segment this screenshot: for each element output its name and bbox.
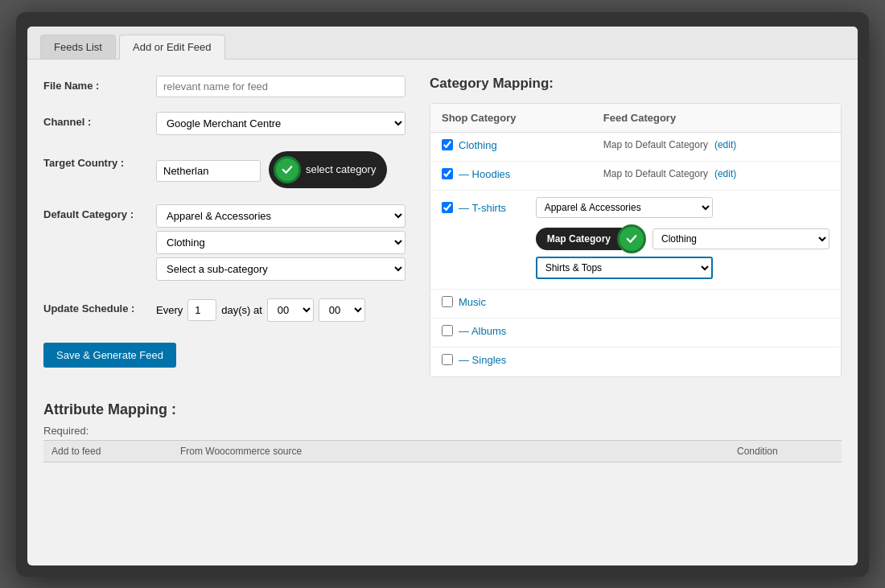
- checkbox-singles[interactable]: [442, 354, 453, 365]
- target-country-controls: select category: [156, 153, 405, 190]
- tshirts-category-l1-select[interactable]: Apparel & Accessories: [536, 197, 713, 218]
- select-category-text: select category: [306, 163, 376, 175]
- attr-mapping-title: Attribute Mapping :: [43, 401, 842, 418]
- cat-row-shop-music: Music: [442, 296, 603, 308]
- cat-row-feed-tshirts: Apparel & Accessories Map Category: [536, 197, 829, 279]
- cat-row-shop-albums: — Albums: [442, 325, 603, 337]
- edit-link-clothing[interactable]: (edit): [714, 139, 736, 150]
- attr-mapping-required-label: Required:: [43, 425, 842, 437]
- checkbox-hoodies[interactable]: [442, 168, 453, 179]
- link-albums[interactable]: — Albums: [459, 325, 506, 337]
- days-at-label: day(s) at: [221, 304, 262, 316]
- cat-row-shop-hoodies: — Hoodies: [442, 168, 603, 180]
- channel-label: Channel :: [43, 112, 156, 128]
- channel-controls: Google Merchant Centre Facebook Bing: [156, 112, 405, 138]
- col-shop-category: Shop Category: [442, 112, 603, 124]
- link-hoodies[interactable]: — Hoodies: [459, 168, 510, 180]
- tshirts-category-l3-select[interactable]: Shirts & Tops: [536, 257, 713, 279]
- checkmark-icon: [280, 162, 294, 177]
- attr-mapping-section: Attribute Mapping : Required: Add to fee…: [27, 401, 858, 471]
- cat-row-tshirts: — T-shirts Apparel & Accessories Map Cat…: [430, 191, 841, 290]
- tab-feeds-list[interactable]: Feeds List: [40, 35, 116, 59]
- cat-row-shop-clothing: Clothing: [442, 139, 603, 151]
- category-mapping-title: Category Mapping:: [430, 76, 842, 92]
- cat-row-shop-singles: — Singles: [442, 354, 603, 366]
- cat-row-feed-clothing: Map to Default Category (edit): [603, 139, 829, 150]
- channel-row: Channel : Google Merchant Centre Faceboo…: [43, 112, 405, 138]
- map-category-btn-wrap: Map Category: [536, 224, 646, 253]
- main-content: Feeds List Add or Edit Feed File Name : …: [27, 27, 858, 565]
- default-category-label: Default Category :: [43, 204, 156, 220]
- cat-row-music: Music: [430, 290, 841, 319]
- every-label: Every: [156, 304, 183, 316]
- map-category-check-bubble: [617, 224, 646, 253]
- checkbox-clothing[interactable]: [442, 139, 453, 150]
- tshirts-l2-row: Map Category Clothing: [536, 224, 829, 253]
- map-default-hoodies: Map to Default Category: [603, 168, 708, 179]
- link-singles[interactable]: — Singles: [459, 354, 506, 366]
- schedule-row: Every day(s) at 00 00: [156, 298, 405, 322]
- cat-row-shop-tshirts: — T-shirts: [442, 197, 536, 214]
- default-category-row: Default Category : Apparel & Accessories…: [43, 204, 405, 284]
- cat-table-header: Shop Category Feed Category: [430, 104, 841, 133]
- update-schedule-controls: Every day(s) at 00 00: [156, 298, 405, 322]
- update-schedule-row: Update Schedule : Every day(s) at 00 00: [43, 298, 405, 322]
- left-panel: File Name : Channel : Google Merchant Ce…: [43, 76, 430, 377]
- minute-select[interactable]: 00: [319, 298, 365, 322]
- category-mapping-table: Shop Category Feed Category Clothing Map…: [430, 103, 842, 377]
- attr-mapping-table-header: Add to feed From Woocommerce source Cond…: [43, 440, 842, 463]
- hour-select[interactable]: 00: [267, 298, 314, 322]
- channel-select[interactable]: Google Merchant Centre Facebook Bing: [156, 112, 405, 135]
- map-category-button[interactable]: Map Category: [536, 228, 622, 250]
- select-category-badge: select category: [269, 151, 387, 188]
- cat-row-clothing: Clothing Map to Default Category (edit): [430, 133, 841, 162]
- file-name-input[interactable]: [156, 76, 405, 97]
- checkbox-albums[interactable]: [442, 325, 453, 336]
- default-category-controls: Apparel & Accessories Clothing Select a …: [156, 204, 405, 284]
- attr-col-add-to-feed: Add to feed: [43, 446, 172, 457]
- default-category-l3-select[interactable]: Select a sub-category: [156, 257, 405, 281]
- default-category-l1-select[interactable]: Apparel & Accessories: [156, 204, 405, 228]
- attr-col-from-source: From Woocommerce source: [172, 446, 729, 457]
- map-default-clothing: Map to Default Category: [603, 139, 708, 150]
- edit-link-hoodies[interactable]: (edit): [714, 168, 736, 179]
- link-clothing[interactable]: Clothing: [459, 139, 497, 151]
- tshirts-category-l2-select[interactable]: Clothing: [652, 228, 829, 249]
- tab-add-edit-feed[interactable]: Add or Edit Feed: [119, 35, 225, 60]
- default-category-l2-select[interactable]: Clothing: [156, 231, 405, 254]
- body-layout: File Name : Channel : Google Merchant Ce…: [27, 60, 858, 385]
- every-value-input[interactable]: [187, 299, 216, 321]
- link-music[interactable]: Music: [459, 296, 486, 308]
- checkbox-music[interactable]: [442, 296, 453, 307]
- file-name-label: File Name :: [43, 76, 156, 92]
- cat-row-hoodies: — Hoodies Map to Default Category (edit): [430, 162, 841, 191]
- file-name-row: File Name :: [43, 76, 405, 97]
- file-name-controls: [156, 76, 405, 97]
- target-country-row: Target Country : select category: [43, 153, 405, 190]
- tabs-bar: Feeds List Add or Edit Feed: [27, 27, 858, 60]
- col-feed-category: Feed Category: [603, 112, 829, 124]
- attr-col-condition: Condition: [729, 446, 842, 457]
- select-category-check-bubble: [274, 156, 301, 183]
- cat-row-feed-hoodies: Map to Default Category (edit): [603, 168, 829, 179]
- map-category-checkmark-icon: [624, 232, 639, 246]
- link-tshirts[interactable]: — T-shirts: [459, 202, 506, 214]
- update-schedule-label: Update Schedule :: [43, 298, 156, 315]
- cat-row-albums: — Albums: [430, 319, 841, 347]
- target-country-label: Target Country :: [43, 153, 156, 169]
- target-country-input[interactable]: [156, 160, 261, 182]
- right-panel: Category Mapping: Shop Category Feed Cat…: [430, 76, 842, 377]
- cat-row-singles: — Singles: [430, 347, 841, 376]
- save-generate-feed-button[interactable]: Save & Generate Feed: [43, 343, 176, 368]
- target-country-input-wrap: select category: [156, 153, 405, 190]
- checkbox-tshirts[interactable]: [442, 202, 453, 213]
- screen-wrapper: Feeds List Add or Edit Feed File Name : …: [16, 12, 869, 577]
